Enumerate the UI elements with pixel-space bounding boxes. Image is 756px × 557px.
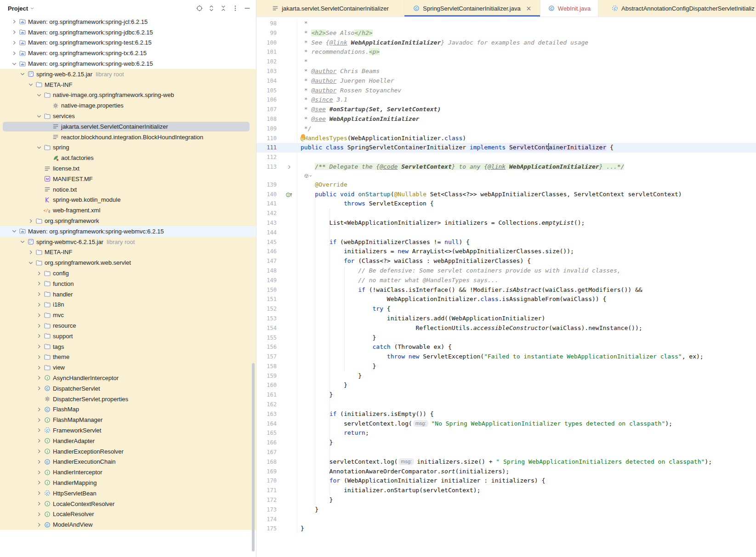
chevron-right-icon[interactable]	[35, 353, 43, 361]
tree-item-spring-web-kotlin-module[interactable]: spring-web.kotlin_module	[0, 195, 256, 205]
tree-item-web-fragment-xml[interactable]: </>web-fragment.xml	[0, 205, 256, 216]
code-line-168[interactable]: 168 servletContext.log(msg:initializers.…	[256, 457, 756, 467]
chevron-right-icon[interactable]	[35, 312, 43, 319]
tree-item-spring-webmvc-6-2-15-jar[interactable]: spring-webmvc-6.2.15.jarlibrary root	[0, 237, 256, 247]
tree-item-i18n[interactable]: i18n	[0, 300, 256, 310]
more-icon[interactable]	[229, 2, 241, 14]
chevron-right-icon[interactable]	[35, 521, 43, 529]
chevron-right-icon[interactable]	[35, 364, 43, 371]
code-line-98[interactable]: 98 *	[256, 19, 756, 28]
tree-item-maven-org-springframework-spring-jcl-6-2[interactable]: Maven: org.springframework:spring-jcl:6.…	[0, 17, 256, 27]
chevron-right-icon[interactable]	[10, 18, 18, 25]
close-icon[interactable]	[526, 6, 532, 11]
code-line-105[interactable]: 105 * @author Rossen Stoyanchev	[256, 86, 756, 96]
chevron-right-icon[interactable]	[35, 332, 43, 340]
code-line-144[interactable]: 144	[256, 228, 756, 238]
chevron-down-icon[interactable]	[18, 238, 26, 245]
code-line-151[interactable]: 151 WebApplicationInitializer.class.isAs…	[256, 295, 756, 304]
project-panel-title[interactable]: Project	[8, 5, 28, 12]
code-line-106[interactable]: 106 * @since 3.1	[256, 95, 756, 105]
tree-item-org-springframework[interactable]: org.springframework	[0, 216, 256, 226]
code-line-108[interactable]: 108 * @see WebApplicationInitializer	[256, 114, 756, 124]
code-line-160[interactable]: 160 }	[256, 381, 756, 390]
tree-item-theme[interactable]: theme	[0, 352, 256, 363]
code-line-154[interactable]: 154 ReflectionUtils.accessibleConstructo…	[256, 324, 756, 333]
code-editor[interactable]: 98 *99 * <h2>See Also</h2>100 * See {@li…	[256, 17, 756, 557]
code-line-156[interactable]: 156 catch (Throwable ex) {	[256, 342, 756, 352]
chevron-right-icon[interactable]	[35, 500, 43, 507]
intention-bulb-icon[interactable]	[301, 134, 305, 138]
chevron-right-icon[interactable]	[35, 290, 43, 298]
code-line-145[interactable]: 145 if (webAppInitializerClasses != null…	[256, 238, 756, 247]
code-line-161[interactable]: 161 }	[256, 390, 756, 400]
chevron-right-icon[interactable]	[35, 437, 43, 444]
tree-item-meta-inf[interactable]: META-INF	[0, 80, 256, 90]
code-line-172[interactable]: 172 }	[256, 495, 756, 505]
code-line-113[interactable]: 113 /** Delegate the {@code ServletConte…	[256, 162, 756, 172]
tree-item-config[interactable]: config	[0, 268, 256, 278]
tree-item-handlerinterceptor[interactable]: IHandlerInterceptor	[0, 467, 256, 477]
tree-item-localeresolver[interactable]: ILocaleResolver	[0, 509, 256, 519]
chevron-right-icon[interactable]	[10, 28, 18, 36]
code-line-171[interactable]: 171 initializer.onStartup(servletContext…	[256, 486, 756, 495]
code-line-142[interactable]: 142	[256, 209, 756, 218]
hide-icon[interactable]	[241, 2, 253, 14]
chevron-right-icon[interactable]	[35, 322, 43, 330]
code-line-169[interactable]: 169 AnnotationAwareOrderComparator.sort(…	[256, 467, 756, 477]
project-tree-scrollbar[interactable]	[252, 363, 255, 551]
editor-tab-springservletcontainerinitializer-java[interactable]: CSpringServletContainerInitializer.java	[404, 0, 540, 17]
chevron-down-icon[interactable]	[10, 227, 18, 235]
chevron-down-icon[interactable]	[27, 259, 34, 267]
code-line-158[interactable]: 158 }	[256, 362, 756, 371]
code-line-164[interactable]: 164 servletContext.log(msg:"No Spring We…	[256, 419, 756, 429]
code-line-140[interactable]: 140I public void onStartup(@Nullable Set…	[256, 190, 756, 199]
code-line-111[interactable]: 111public class SpringServletContainerIn…	[256, 143, 756, 153]
tree-item-tags[interactable]: tags	[0, 341, 256, 352]
chevron-right-icon[interactable]	[27, 217, 34, 225]
tree-item-native-image-org-springframework-spring-[interactable]: native-image.org.springframework.spring-…	[0, 90, 256, 101]
locate-icon[interactable]	[193, 2, 205, 14]
fold-expand-icon[interactable]	[281, 162, 297, 172]
code-line-146[interactable]: 146 initializers = new ArrayList<>(webAp…	[256, 247, 756, 256]
collapse-all-icon[interactable]	[217, 2, 229, 14]
chevron-down-icon[interactable]	[18, 70, 26, 78]
code-line-159[interactable]: 159 }	[256, 371, 756, 381]
tree-item-org-springframework-web-servlet[interactable]: org.springframework.web.servlet	[0, 257, 256, 268]
code-line-173[interactable]: 173 }	[256, 505, 756, 515]
chevron-right-icon[interactable]	[35, 458, 43, 466]
chevron-down-icon[interactable]	[27, 81, 34, 88]
code-line-167[interactable]: 167	[256, 448, 756, 457]
chevron-right-icon[interactable]	[35, 426, 43, 434]
code-line-157[interactable]: 157 throw new ServletException("Failed t…	[256, 352, 756, 362]
tree-item-mvc[interactable]: mvc	[0, 310, 256, 320]
chevron-right-icon[interactable]	[35, 374, 43, 381]
code-line-109[interactable]: 109 */	[256, 124, 756, 134]
code-line-163[interactable]: 163 if (initializers.isEmpty()) {	[256, 409, 756, 419]
chevron-right-icon[interactable]	[35, 406, 43, 413]
expand-all-icon[interactable]	[205, 2, 217, 14]
tree-item-handlermapping[interactable]: IHandlerMapping	[0, 477, 256, 488]
chevron-right-icon[interactable]	[35, 385, 43, 392]
tree-item-manifest-mf[interactable]: MMANIFEST.MF	[0, 174, 256, 184]
editor-tab-jakarta-servlet-servletcontainerinitiali[interactable]: jakarta.servlet.ServletContainerInitiali…	[256, 0, 404, 17]
tree-item-resource[interactable]: resource	[0, 320, 256, 331]
chevron-down-icon[interactable]	[29, 6, 35, 11]
code-line-141[interactable]: 141 throws ServletException {	[256, 199, 756, 209]
code-line-153[interactable]: 153 initializers.add((WebApplicationInit…	[256, 314, 756, 324]
chevron-down-icon[interactable]	[35, 144, 43, 151]
code-line-175[interactable]: 175}	[256, 524, 756, 534]
code-line-149[interactable]: 149 // no matter what @HandlesTypes says…	[256, 276, 756, 285]
tree-item-httpservletbean[interactable]: CHttpServletBean	[0, 488, 256, 499]
code-line-143[interactable]: 143 List<WebApplicationInitializer> init…	[256, 218, 756, 228]
implements-method-gutter-icon[interactable]: I	[281, 190, 297, 199]
code-line-155[interactable]: 155 }	[256, 333, 756, 343]
tree-item-native-image-properties[interactable]: native-image.properties	[0, 100, 256, 111]
code-line-104[interactable]: 104 * @author Juergen Hoeller	[256, 76, 756, 86]
tree-item-handler[interactable]: handler	[0, 289, 256, 300]
tree-item-view[interactable]: view	[0, 362, 256, 373]
code-line-162[interactable]: 162	[256, 400, 756, 409]
code-line-165[interactable]: 165 return;	[256, 428, 756, 438]
tree-item-services[interactable]: services	[0, 111, 256, 121]
chevron-right-icon[interactable]	[35, 416, 43, 424]
tree-item-jakarta-servlet-servletcontainerinitiali[interactable]: jakarta.servlet.ServletContainerInitiali…	[0, 121, 256, 132]
